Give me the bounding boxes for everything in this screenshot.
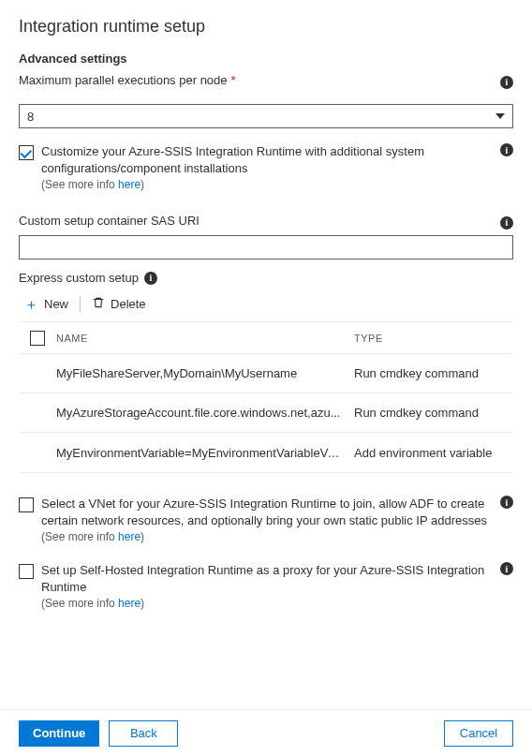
cell-type: Add environment variable (354, 446, 513, 460)
cancel-button[interactable]: Cancel (444, 720, 513, 747)
self-hosted-checkbox[interactable] (19, 564, 34, 579)
customize-checkbox[interactable] (19, 145, 34, 160)
vnet-checkbox[interactable] (19, 497, 34, 512)
back-button[interactable]: Back (109, 720, 178, 747)
self-hosted-more-info-link[interactable]: here (118, 597, 140, 610)
toolbar-separator (80, 296, 81, 313)
max-parallel-select[interactable]: 8 (19, 104, 513, 128)
info-icon[interactable]: i (144, 272, 157, 285)
info-icon[interactable]: i (500, 562, 513, 575)
trash-icon (92, 296, 105, 312)
cell-type: Run cmdkey command (354, 406, 513, 420)
column-header-type[interactable]: TYPE (354, 333, 513, 344)
cell-type: Run cmdkey command (354, 366, 513, 380)
plus-icon: ＋ (24, 297, 38, 311)
sas-uri-label: Custom setup container SAS URI (19, 214, 491, 228)
delete-button[interactable]: Delete (88, 294, 150, 314)
table-row[interactable]: MyFileShareServer,MyDomain\MyUsername Ru… (19, 354, 513, 393)
customize-more-info: (See more info here) (41, 178, 491, 191)
new-button[interactable]: ＋ New (21, 295, 72, 313)
table-row[interactable]: MyAzureStorageAccount.file.core.windows.… (19, 393, 513, 433)
info-icon[interactable]: i (500, 143, 513, 156)
cell-name: MyAzureStorageAccount.file.core.windows.… (56, 406, 354, 420)
cell-name: MyEnvironmentVariable=MyEnvironmentVaria… (56, 446, 354, 460)
chevron-down-icon (495, 113, 505, 119)
info-icon[interactable]: i (500, 496, 513, 509)
select-all-checkbox[interactable] (30, 331, 45, 346)
self-hosted-label: Set up Self-Hosted Integration Runtime a… (41, 562, 491, 595)
max-parallel-label: Maximum parallel executions per node* (19, 73, 491, 87)
express-setup-table: NAME TYPE MyFileShareServer,MyDomain\MyU… (19, 321, 513, 473)
customize-label: Customize your Azure-SSIS Integration Ru… (41, 143, 491, 176)
vnet-more-info-link[interactable]: here (118, 530, 140, 543)
self-hosted-more-info: (See more info here) (41, 597, 491, 610)
max-parallel-value: 8 (27, 110, 34, 124)
info-icon[interactable]: i (500, 216, 513, 230)
sas-uri-input[interactable] (19, 235, 513, 259)
page-title: Integration runtime setup (19, 17, 513, 37)
express-setup-label: Express custom setup (19, 271, 139, 285)
column-header-name[interactable]: NAME (56, 333, 354, 344)
vnet-more-info: (See more info here) (41, 530, 491, 543)
advanced-settings-heading: Advanced settings (19, 52, 513, 66)
table-row[interactable]: MyEnvironmentVariable=MyEnvironmentVaria… (19, 433, 513, 472)
cell-name: MyFileShareServer,MyDomain\MyUsername (56, 366, 354, 380)
continue-button[interactable]: Continue (19, 720, 99, 747)
customize-more-info-link[interactable]: here (118, 178, 140, 191)
vnet-label: Select a VNet for your Azure-SSIS Integr… (41, 496, 491, 528)
info-icon[interactable]: i (500, 76, 513, 89)
